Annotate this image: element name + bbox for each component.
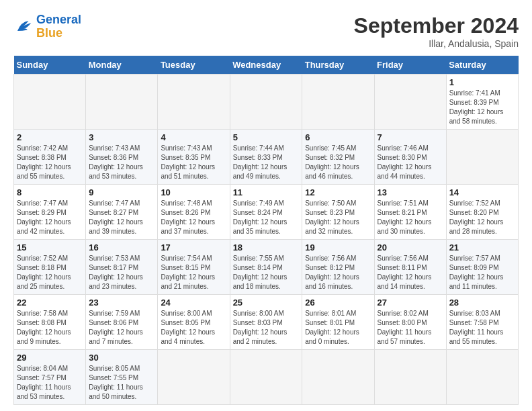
day-detail: Sunrise: 7:47 AMSunset: 8:29 PMDaylight:… [17, 199, 71, 235]
day-number: 21 [449, 242, 515, 253]
day-number: 9 [89, 187, 154, 197]
day-detail: Sunrise: 7:52 AMSunset: 8:20 PMDaylight:… [449, 199, 504, 235]
day-detail: Sunrise: 8:03 AMSunset: 7:58 PMDaylight:… [449, 310, 504, 345]
day-cell: 16Sunrise: 7:53 AMSunset: 8:17 PMDayligh… [86, 240, 158, 295]
header-day-tuesday: Tuesday [158, 56, 230, 75]
day-number: 6 [305, 132, 371, 142]
calendar-row: 8Sunrise: 7:47 AMSunset: 8:29 PMDaylight… [14, 185, 519, 240]
day-cell: 23Sunrise: 7:59 AMSunset: 8:06 PMDayligh… [86, 295, 158, 350]
day-cell: 14Sunrise: 7:52 AMSunset: 8:20 PMDayligh… [446, 185, 518, 240]
day-number: 15 [17, 242, 83, 253]
day-number: 12 [305, 187, 371, 197]
calendar-header: SundayMondayTuesdayWednesdayThursdayFrid… [14, 56, 519, 75]
calendar-body: 1Sunrise: 7:41 AMSunset: 8:39 PMDaylight… [14, 75, 519, 405]
day-number: 18 [233, 242, 300, 253]
day-cell: 25Sunrise: 8:00 AMSunset: 8:03 PMDayligh… [230, 295, 302, 350]
header-day-friday: Friday [374, 56, 446, 75]
empty-cell [230, 75, 302, 130]
logo: General Blue [13, 13, 81, 40]
day-number: 28 [449, 298, 515, 308]
day-number: 27 [378, 298, 443, 308]
day-detail: Sunrise: 7:54 AMSunset: 8:15 PMDaylight:… [161, 255, 215, 290]
day-cell: 3Sunrise: 7:43 AMSunset: 8:36 PMDaylight… [86, 130, 158, 185]
day-number: 23 [89, 298, 154, 308]
day-number: 17 [161, 242, 226, 253]
logo-text: General Blue [36, 13, 81, 40]
day-cell: 30Sunrise: 8:05 AMSunset: 7:55 PMDayligh… [86, 350, 158, 405]
calendar-row: 2Sunrise: 7:42 AMSunset: 8:38 PMDaylight… [14, 130, 519, 185]
day-detail: Sunrise: 8:04 AMSunset: 7:57 PMDaylight:… [17, 365, 71, 400]
calendar-row: 15Sunrise: 7:52 AMSunset: 8:18 PMDayligh… [14, 240, 519, 295]
day-number: 14 [449, 187, 515, 197]
day-detail: Sunrise: 7:59 AMSunset: 8:06 PMDaylight:… [89, 310, 143, 345]
day-cell: 15Sunrise: 7:52 AMSunset: 8:18 PMDayligh… [14, 240, 86, 295]
day-number: 3 [89, 132, 154, 142]
day-detail: Sunrise: 7:46 AMSunset: 8:30 PMDaylight:… [378, 144, 432, 180]
day-cell: 26Sunrise: 8:01 AMSunset: 8:01 PMDayligh… [302, 295, 374, 350]
location-subtitle: Illar, Andalusia, Spain [354, 38, 519, 49]
day-detail: Sunrise: 8:00 AMSunset: 8:03 PMDaylight:… [233, 310, 287, 345]
day-cell: 10Sunrise: 7:48 AMSunset: 8:26 PMDayligh… [158, 185, 230, 240]
day-number: 4 [161, 132, 226, 142]
day-cell: 11Sunrise: 7:49 AMSunset: 8:24 PMDayligh… [230, 185, 302, 240]
empty-cell [158, 75, 230, 130]
title-area: September 2024 Illar, Andalusia, Spain [354, 13, 519, 49]
day-cell: 21Sunrise: 7:57 AMSunset: 8:09 PMDayligh… [446, 240, 518, 295]
day-number: 26 [305, 298, 371, 308]
day-number: 10 [161, 187, 226, 197]
calendar-row: 1Sunrise: 7:41 AMSunset: 8:39 PMDaylight… [14, 75, 519, 130]
day-cell: 18Sunrise: 7:55 AMSunset: 8:14 PMDayligh… [230, 240, 302, 295]
day-number: 7 [378, 132, 443, 142]
day-detail: Sunrise: 8:00 AMSunset: 8:05 PMDaylight:… [161, 310, 215, 345]
day-number: 24 [161, 298, 226, 308]
day-number: 25 [233, 298, 300, 308]
day-detail: Sunrise: 7:53 AMSunset: 8:17 PMDaylight:… [89, 255, 143, 290]
empty-cell [86, 75, 158, 130]
day-detail: Sunrise: 7:43 AMSunset: 8:36 PMDaylight:… [89, 144, 143, 180]
day-detail: Sunrise: 7:42 AMSunset: 8:38 PMDaylight:… [17, 144, 71, 180]
day-cell: 17Sunrise: 7:54 AMSunset: 8:15 PMDayligh… [158, 240, 230, 295]
day-detail: Sunrise: 7:58 AMSunset: 8:08 PMDaylight:… [17, 310, 71, 345]
day-cell [302, 350, 374, 405]
day-cell: 22Sunrise: 7:58 AMSunset: 8:08 PMDayligh… [14, 295, 86, 350]
header-day-wednesday: Wednesday [230, 56, 302, 75]
header-row: SundayMondayTuesdayWednesdayThursdayFrid… [14, 56, 519, 75]
day-detail: Sunrise: 7:51 AMSunset: 8:21 PMDaylight:… [378, 199, 432, 235]
day-cell: 7Sunrise: 7:46 AMSunset: 8:30 PMDaylight… [374, 130, 446, 185]
header: General Blue September 2024 Illar, Andal… [13, 13, 519, 49]
day-cell: 4Sunrise: 7:43 AMSunset: 8:35 PMDaylight… [158, 130, 230, 185]
day-detail: Sunrise: 7:41 AMSunset: 8:39 PMDaylight:… [449, 89, 504, 125]
day-cell: 6Sunrise: 7:45 AMSunset: 8:32 PMDaylight… [302, 130, 374, 185]
logo-bird-icon [13, 17, 34, 37]
day-number: 20 [378, 242, 443, 253]
header-day-saturday: Saturday [446, 56, 518, 75]
empty-cell [302, 75, 374, 130]
day-detail: Sunrise: 7:45 AMSunset: 8:32 PMDaylight:… [305, 144, 359, 180]
day-number: 19 [305, 242, 371, 253]
day-detail: Sunrise: 8:05 AMSunset: 7:55 PMDaylight:… [89, 365, 143, 400]
day-cell: 12Sunrise: 7:50 AMSunset: 8:23 PMDayligh… [302, 185, 374, 240]
day-cell [446, 130, 518, 185]
day-cell: 5Sunrise: 7:44 AMSunset: 8:33 PMDaylight… [230, 130, 302, 185]
day-cell: 27Sunrise: 8:02 AMSunset: 8:00 PMDayligh… [374, 295, 446, 350]
month-title: September 2024 [354, 13, 519, 38]
header-day-monday: Monday [86, 56, 158, 75]
day-detail: Sunrise: 7:50 AMSunset: 8:23 PMDaylight:… [305, 199, 359, 235]
day-cell: 20Sunrise: 7:56 AMSunset: 8:11 PMDayligh… [374, 240, 446, 295]
day-cell [230, 350, 302, 405]
day-detail: Sunrise: 7:57 AMSunset: 8:09 PMDaylight:… [449, 255, 504, 290]
day-cell [374, 350, 446, 405]
day-detail: Sunrise: 7:52 AMSunset: 8:18 PMDaylight:… [17, 255, 71, 290]
day-number: 30 [89, 353, 154, 363]
day-cell: 19Sunrise: 7:56 AMSunset: 8:12 PMDayligh… [302, 240, 374, 295]
day-cell: 2Sunrise: 7:42 AMSunset: 8:38 PMDaylight… [14, 130, 86, 185]
day-cell: 1Sunrise: 7:41 AMSunset: 8:39 PMDaylight… [446, 75, 518, 130]
day-detail: Sunrise: 7:49 AMSunset: 8:24 PMDaylight:… [233, 199, 287, 235]
empty-cell [374, 75, 446, 130]
day-detail: Sunrise: 7:56 AMSunset: 8:12 PMDaylight:… [305, 255, 359, 290]
header-day-thursday: Thursday [302, 56, 374, 75]
day-detail: Sunrise: 7:47 AMSunset: 8:27 PMDaylight:… [89, 199, 143, 235]
day-number: 5 [233, 132, 300, 142]
day-cell: 28Sunrise: 8:03 AMSunset: 7:58 PMDayligh… [446, 295, 518, 350]
day-detail: Sunrise: 7:56 AMSunset: 8:11 PMDaylight:… [378, 255, 432, 290]
